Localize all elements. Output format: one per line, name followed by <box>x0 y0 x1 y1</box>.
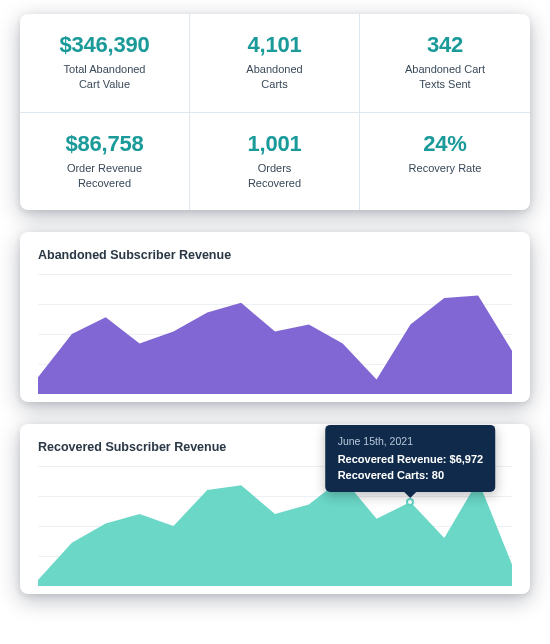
recovered-chart-card: Recovered Subscriber Revenue June 15th, … <box>20 424 530 594</box>
metric-label: Abandoned Cart Texts Sent <box>370 62 520 92</box>
metrics-card: $346,390 Total Abandoned Cart Value 4,10… <box>20 14 530 210</box>
metric-label: Total Abandoned Cart Value <box>30 62 179 92</box>
metric-value: 4,101 <box>200 32 349 58</box>
metric-value: 1,001 <box>200 131 349 157</box>
abandoned-chart-card: Abandoned Subscriber Revenue <box>20 232 530 402</box>
metric-label: Order Revenue Recovered <box>30 161 179 191</box>
metric-label: Abandoned Carts <box>200 62 349 92</box>
abandoned-chart[interactable] <box>38 274 512 394</box>
tooltip-line: Recovered Revenue: $6,972 <box>338 452 484 468</box>
chart-tooltip: June 15th, 2021 Recovered Revenue: $6,97… <box>326 425 496 492</box>
metric-label: Recovery Rate <box>370 161 520 176</box>
metric-texts-sent: 342 Abandoned Cart Texts Sent <box>360 14 530 113</box>
tooltip-line: Recovered Carts: 80 <box>338 467 484 483</box>
chart-hover-point-icon <box>406 498 414 506</box>
metric-value: $86,758 <box>30 131 179 157</box>
tooltip-date: June 15th, 2021 <box>338 434 484 449</box>
metric-abandoned-carts: 4,101 Abandoned Carts <box>190 14 360 113</box>
chart-title: Abandoned Subscriber Revenue <box>38 248 512 262</box>
metric-value: $346,390 <box>30 32 179 58</box>
metric-orders-recovered: 1,001 Orders Recovered <box>190 113 360 211</box>
recovered-chart[interactable]: June 15th, 2021 Recovered Revenue: $6,97… <box>38 466 512 586</box>
metrics-grid: $346,390 Total Abandoned Cart Value 4,10… <box>20 14 530 210</box>
metric-revenue-recovered: $86,758 Order Revenue Recovered <box>20 113 190 211</box>
metric-value: 24% <box>370 131 520 157</box>
metric-label: Orders Recovered <box>200 161 349 191</box>
metric-recovery-rate: 24% Recovery Rate <box>360 113 530 211</box>
metric-total-abandoned-value: $346,390 Total Abandoned Cart Value <box>20 14 190 113</box>
metric-value: 342 <box>370 32 520 58</box>
